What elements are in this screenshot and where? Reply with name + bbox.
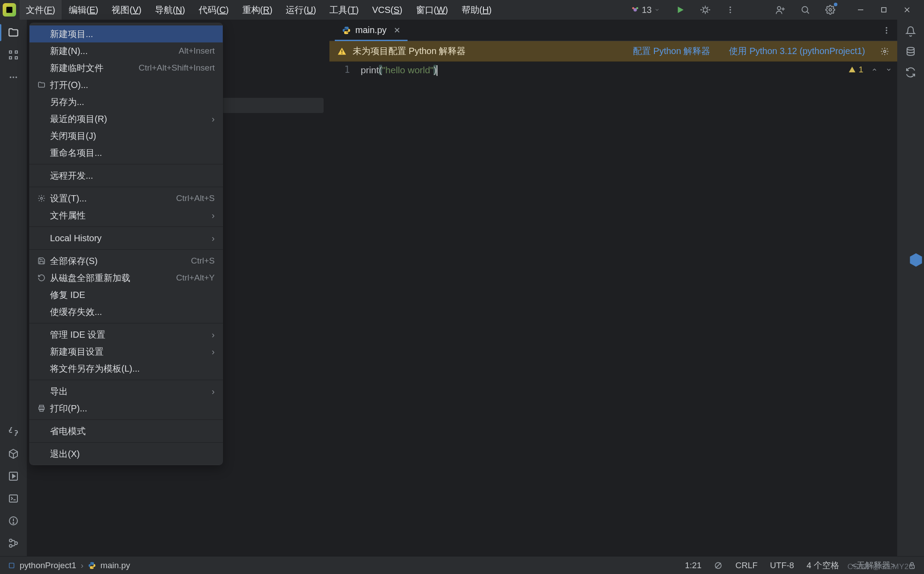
menu-new-project[interactable]: 新建项目...	[29, 25, 223, 42]
menu-export[interactable]: 导出›	[29, 383, 223, 400]
svg-point-39	[15, 542, 17, 545]
svg-rect-24	[9, 57, 12, 59]
menu-recent[interactable]: 最近的项目(R)›	[29, 110, 223, 127]
svg-point-28	[12, 76, 14, 78]
menu-refactor[interactable]: 重构(R)	[236, 0, 279, 20]
line-number: 1	[329, 62, 356, 556]
debug-icon[interactable]	[696, 1, 714, 19]
window-maximize[interactable]	[873, 1, 895, 19]
status-crossed-icon[interactable]	[714, 561, 723, 570]
menu-local-history[interactable]: Local History›	[29, 230, 223, 247]
code-editor[interactable]: 1 print("hello world") 1	[329, 62, 897, 556]
more-tool-icon[interactable]	[7, 71, 20, 84]
link-use-interpreter[interactable]: 使用 Python 3.12 (pythonProject1)	[729, 45, 865, 57]
status-linesep[interactable]: CRLF	[735, 561, 758, 570]
menu-close-project[interactable]: 关闭项目(J)	[29, 127, 223, 144]
menu-view[interactable]: 视图(V)	[105, 0, 148, 20]
menu-exit[interactable]: 退出(X)	[29, 445, 223, 462]
svg-point-3	[632, 7, 634, 9]
menu-invalidate[interactable]: 使缓存失效...	[29, 303, 223, 320]
svg-point-8	[729, 12, 731, 13]
menu-print[interactable]: 打印(P)...	[29, 400, 223, 417]
link-configure-interpreter[interactable]: 配置 Python 解释器	[633, 45, 710, 57]
svg-point-5	[703, 8, 707, 12]
menu-help[interactable]: 帮助(H)	[455, 0, 498, 20]
menu-file-props[interactable]: 文件属性›	[29, 207, 223, 224]
menu-rename[interactable]: 重命名项目...	[29, 144, 223, 161]
ai-assistant-icon[interactable]	[908, 252, 924, 268]
kebab-icon[interactable]	[721, 1, 739, 19]
chevron-down-icon[interactable]	[886, 67, 892, 73]
gear-icon[interactable]	[821, 1, 839, 19]
svg-point-36	[13, 523, 14, 524]
vcs-icon[interactable]	[7, 536, 20, 550]
menu-repair[interactable]: 修复 IDE	[29, 286, 223, 303]
svg-point-27	[10, 76, 12, 78]
menu-open[interactable]: 打开(O)...	[29, 76, 223, 93]
svg-point-41	[886, 29, 887, 31]
status-position[interactable]: 1:21	[685, 561, 702, 570]
breadcrumb[interactable]: pythonProject1 › main.py	[8, 561, 130, 570]
banner-gear-icon[interactable]	[880, 47, 889, 56]
status-encoding[interactable]: UTF-8	[770, 561, 794, 570]
menu-power-save[interactable]: 省电模式	[29, 423, 223, 440]
run-config-chip[interactable]: 13	[627, 5, 664, 15]
notifications-icon[interactable]	[905, 26, 916, 37]
tab-kebab-icon[interactable]	[882, 26, 891, 35]
tab-main-py[interactable]: main.py ✕	[335, 20, 408, 41]
svg-rect-32	[9, 495, 17, 502]
search-icon[interactable]	[796, 1, 814, 19]
menu-new-project-settings[interactable]: 新建项目设置›	[29, 343, 223, 360]
svg-rect-16	[882, 8, 886, 12]
code-line[interactable]: print("hello world")	[356, 62, 897, 556]
menu-new-scratch[interactable]: 新建临时文件Ctrl+Alt+Shift+Insert	[29, 59, 223, 76]
play-icon[interactable]	[671, 1, 689, 19]
menu-save-template[interactable]: 将文件另存为模板(L)...	[29, 360, 223, 377]
window-minimize[interactable]	[850, 1, 871, 19]
close-icon[interactable]: ✕	[394, 25, 400, 35]
database-icon[interactable]	[905, 46, 916, 57]
menu-edit[interactable]: 编辑(E)	[62, 0, 105, 20]
menu-code[interactable]: 代码(C)	[192, 0, 235, 20]
svg-line-49	[716, 563, 721, 568]
menu-new[interactable]: 新建(N)...Alt+Insert	[29, 42, 223, 59]
status-indent[interactable]: 4 个空格	[807, 560, 839, 571]
menu-run[interactable]: 运行(U)	[279, 0, 322, 20]
structure-tool-icon[interactable]	[7, 48, 20, 62]
watermark: CSDN @CILMY23	[847, 562, 913, 571]
menu-file[interactable]: 文件(F)	[20, 0, 62, 20]
problems-icon[interactable]	[7, 514, 20, 528]
editor-area: main.py ✕ 未为项目配置 Python 解释器 配置 Python 解释…	[329, 20, 897, 556]
project-tool-icon[interactable]	[7, 26, 20, 39]
menu-settings[interactable]: 设置(T)...Ctrl+Alt+S	[29, 190, 223, 207]
sync-icon[interactable]	[905, 67, 916, 78]
terminal-icon[interactable]	[7, 492, 20, 505]
folder-icon	[37, 81, 50, 89]
python-console-icon[interactable]	[7, 425, 20, 438]
svg-point-40	[886, 27, 887, 28]
menu-vcs[interactable]: VCS(S)	[366, 0, 409, 20]
inspection-widget[interactable]: 1	[849, 65, 892, 75]
chevron-up-icon[interactable]	[871, 67, 878, 73]
svg-point-19	[41, 197, 43, 200]
svg-point-12	[802, 7, 808, 13]
menu-reload[interactable]: 从磁盘全部重新加载Ctrl+Alt+Y	[29, 269, 223, 286]
menu-remote-dev[interactable]: 远程开发...	[29, 167, 223, 184]
menu-manage-ide[interactable]: 管理 IDE 设置›	[29, 326, 223, 343]
packages-icon[interactable]	[7, 447, 20, 461]
menu-navigate[interactable]: 导航(N)	[149, 0, 191, 20]
svg-rect-23	[9, 51, 12, 53]
menu-save-as[interactable]: 另存为...	[29, 93, 223, 110]
python-file-icon	[342, 26, 351, 35]
window-close[interactable]	[896, 1, 918, 19]
svg-point-9	[778, 7, 781, 10]
menubar: 文件(F) 编辑(E) 视图(V) 导航(N) 代码(C) 重构(R) 运行(U…	[0, 0, 924, 20]
svg-rect-44	[341, 53, 342, 54]
collab-icon[interactable]	[771, 1, 789, 19]
tab-label: main.py	[355, 25, 387, 35]
menu-tools[interactable]: 工具(T)	[323, 0, 365, 20]
services-icon[interactable]	[7, 469, 20, 483]
svg-point-7	[729, 9, 731, 10]
menu-save-all[interactable]: 全部保存(S)Ctrl+S	[29, 252, 223, 269]
menu-window[interactable]: 窗口(W)	[410, 0, 454, 20]
